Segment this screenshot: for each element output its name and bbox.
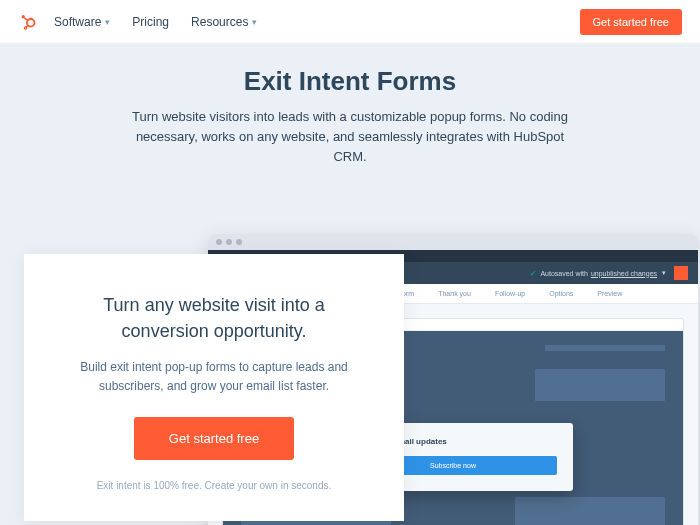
card-footnote: Exit intent is 100% free. Create your ow… <box>58 480 370 491</box>
card-body: Build exit intent pop-up forms to captur… <box>58 358 370 395</box>
nav-resources[interactable]: Resources▾ <box>191 15 257 29</box>
autosave-status: ✓ Autosaved with unpublished changes ▾ <box>530 269 666 278</box>
page-title: Exit Intent Forms <box>30 66 670 97</box>
top-nav: Software▾ Pricing Resources▾ Get started… <box>0 0 700 44</box>
svg-line-2 <box>24 17 28 20</box>
promo-card: Turn any website visit into a conversion… <box>24 254 404 521</box>
chevron-down-icon: ▾ <box>252 17 257 27</box>
card-title: Turn any website visit into a conversion… <box>58 292 370 344</box>
hubspot-logo-icon <box>18 13 36 31</box>
check-icon: ✓ <box>530 269 537 278</box>
tab[interactable]: Follow-up <box>495 290 525 297</box>
tab[interactable]: Options <box>549 290 573 297</box>
tab[interactable]: Preview <box>597 290 622 297</box>
tab[interactable]: Thank you <box>438 290 471 297</box>
hero-section: Exit Intent Forms Turn website visitors … <box>0 44 700 525</box>
unpublished-changes-link[interactable]: unpublished changes <box>591 270 657 277</box>
nav-pricing[interactable]: Pricing <box>132 15 169 29</box>
svg-point-5 <box>24 26 26 28</box>
chevron-down-icon: ▾ <box>105 17 110 27</box>
page-subtitle: Turn website visitors into leads with a … <box>120 107 580 167</box>
nav-software[interactable]: Software▾ <box>54 15 110 29</box>
get-started-top-button[interactable]: Get started free <box>580 9 682 35</box>
nav-links: Software▾ Pricing Resources▾ <box>54 15 257 29</box>
mac-window-bar <box>208 234 698 250</box>
get-started-main-button[interactable]: Get started free <box>134 417 294 460</box>
action-button[interactable] <box>674 266 688 280</box>
